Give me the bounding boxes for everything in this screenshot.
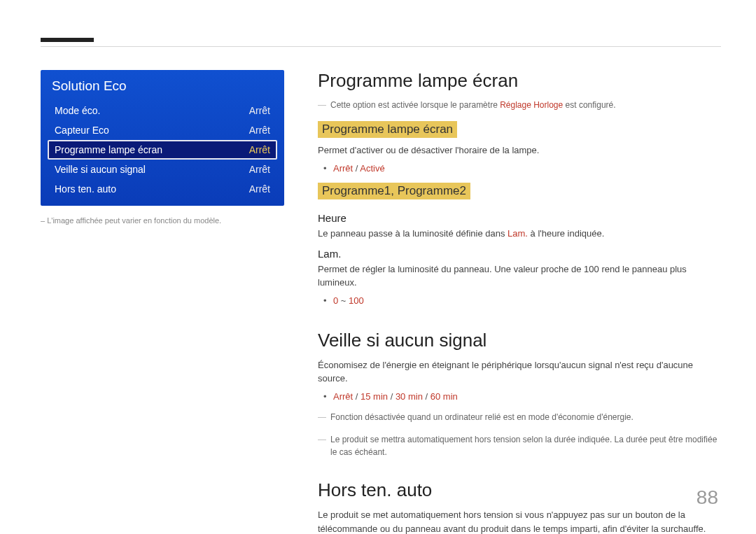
desc-programme-lampe: Permet d'activer ou de désactiver l'hora… [318, 143, 721, 157]
menu-row-label: Hors ten. auto [55, 183, 116, 195]
section-title-programme: Programme lampe écran [318, 70, 721, 92]
menu-row-value: Arrêt [249, 164, 270, 175]
options-lam: 0 ~ 100 [318, 294, 721, 309]
menu-row-value: Arrêt [249, 105, 270, 116]
section-title-veille: Veille si aucun signal [318, 330, 721, 351]
menu-row-programme-lampe[interactable]: Programme lampe écran Arrêt [48, 140, 277, 160]
options-programme-lampe: Arrêt / Activé [318, 162, 721, 176]
desc-veille: Économisez de l'énergie en éteignant le … [318, 358, 721, 386]
note-veille-1: Fonction désactivée quand un ordinateur … [318, 411, 721, 423]
options-veille: Arrêt / 15 min / 30 min / 60 min [318, 390, 721, 405]
header-rule [41, 46, 721, 47]
sub-heure: Heure [318, 212, 721, 224]
menu-row-label: Veille si aucun signal [55, 164, 146, 175]
sub-lam: Lam. [318, 248, 721, 260]
desc-heure: Le panneau passe à la luminosité définie… [318, 227, 721, 241]
menu-row-label: Mode éco. [55, 105, 100, 116]
menu-row-hors-ten[interactable]: Hors ten. auto Arrêt [48, 179, 277, 199]
subsection-programme-lampe: Programme lampe écran [318, 121, 457, 138]
menu-row-label: Capteur Eco [55, 125, 109, 136]
menu-row-value: Arrêt [249, 183, 270, 195]
menu-title: Solution Eco [48, 78, 277, 101]
subsection-programme12: Programme1, Programme2 [318, 183, 470, 199]
menu-row-value: Arrêt [249, 144, 270, 155]
menu-row-capteur-eco[interactable]: Capteur Eco Arrêt [48, 120, 277, 140]
note-veille-2: Le produit se mettra automatiquement hor… [318, 433, 721, 458]
header-mark [41, 38, 94, 42]
desc-lam: Permet de régler la luminosité du pannea… [318, 262, 721, 290]
section-title-hors-ten: Hors ten. auto [318, 479, 721, 501]
menu-row-value: Arrêt [249, 125, 270, 136]
page-number: 88 [696, 486, 718, 509]
eco-menu-card: Solution Eco Mode éco. Arrêt Capteur Eco… [41, 70, 284, 206]
note-clock-config: Cette option est activée lorsque le para… [318, 99, 721, 111]
menu-footnote: – L'image affichée peut varier en foncti… [41, 216, 284, 226]
menu-row-label: Programme lampe écran [55, 144, 162, 155]
desc-hors-ten: Le produit se met automatiquement hors t… [318, 508, 721, 534]
menu-row-mode-eco[interactable]: Mode éco. Arrêt [48, 101, 277, 120]
menu-row-veille[interactable]: Veille si aucun signal Arrêt [48, 160, 277, 179]
